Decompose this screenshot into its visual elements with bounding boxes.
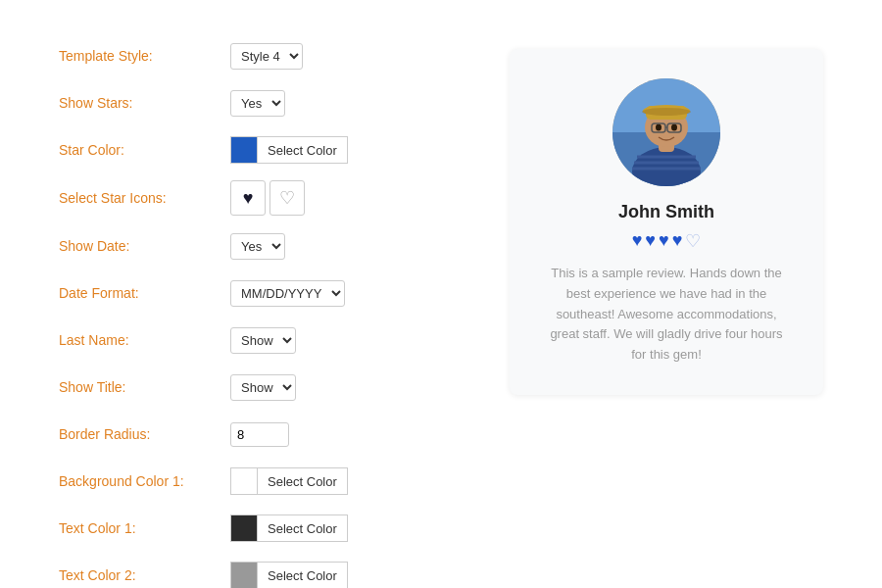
avatar <box>612 78 720 186</box>
show-date-select[interactable]: Yes No <box>230 233 285 260</box>
template-style-label: Template Style: <box>59 48 230 64</box>
select-star-icons-control: ♥ ♡ <box>230 180 305 216</box>
text-color1-control: Select Color <box>230 514 348 542</box>
border-radius-label: Border Radius: <box>59 426 230 442</box>
reviewer-name: John Smith <box>549 202 784 222</box>
text-color1-button[interactable]: Select Color <box>258 514 348 542</box>
template-style-select[interactable]: Style 4 <box>230 43 303 70</box>
select-star-icons-label: Select Star Icons: <box>59 190 230 206</box>
text-color1-label: Text Color 1: <box>59 520 230 536</box>
filled-heart-button[interactable]: ♥ <box>230 180 266 216</box>
star-color-swatch <box>230 136 258 164</box>
last-name-control: Show Hide <box>230 327 296 354</box>
star-5: ♡ <box>685 230 701 252</box>
star-1: ♥ <box>632 230 643 252</box>
border-radius-input[interactable] <box>230 422 289 447</box>
star-color-label: Star Color: <box>59 142 230 158</box>
template-style-row: Template Style: Style 4 <box>59 39 470 73</box>
preview-panel: John Smith ♥ ♥ ♥ ♥ ♡ This is a sample re… <box>510 39 823 588</box>
show-date-row: Show Date: Yes No <box>59 229 470 263</box>
show-stars-label: Show Stars: <box>59 95 230 111</box>
text-color2-row: Text Color 2: Select Color <box>59 559 470 588</box>
star-color-control: Select Color <box>230 136 348 164</box>
last-name-row: Last Name: Show Hide <box>59 323 470 357</box>
review-text: This is a sample review. Hands down the … <box>549 264 784 366</box>
last-name-select[interactable]: Show Hide <box>230 327 296 354</box>
star-color-row: Star Color: Select Color <box>59 133 470 167</box>
template-style-control: Style 4 <box>230 43 303 70</box>
text-color2-label: Text Color 2: <box>59 567 230 583</box>
select-star-icons-row: Select Star Icons: ♥ ♡ <box>59 180 470 216</box>
stars-row: ♥ ♥ ♥ ♥ ♡ <box>549 230 784 252</box>
show-stars-row: Show Stars: Yes No <box>59 86 470 120</box>
show-stars-control: Yes No <box>230 90 285 117</box>
review-card: John Smith ♥ ♥ ♥ ♥ ♡ This is a sample re… <box>510 49 823 395</box>
text-color2-control: Select Color <box>230 562 348 588</box>
svg-point-11 <box>656 124 662 131</box>
outline-heart-button[interactable]: ♡ <box>270 180 305 216</box>
bg-color1-button[interactable]: Select Color <box>258 467 348 495</box>
avatar-container <box>549 78 784 186</box>
date-format-label: Date Format: <box>59 285 230 301</box>
date-format-select[interactable]: MM/DD/YYYY DD/MM/YYYY <box>230 280 345 307</box>
text-color2-swatch <box>230 562 258 588</box>
show-stars-select[interactable]: Yes No <box>230 90 285 117</box>
date-format-control: MM/DD/YYYY DD/MM/YYYY <box>230 280 345 307</box>
svg-point-12 <box>671 124 677 131</box>
show-title-label: Show Title: <box>59 379 230 395</box>
star-4: ♥ <box>672 230 683 252</box>
star-2: ♥ <box>645 230 656 252</box>
svg-point-10 <box>642 108 691 116</box>
border-radius-control <box>230 422 289 447</box>
show-title-row: Show Title: Show Hide <box>59 370 470 404</box>
show-date-control: Yes No <box>230 233 285 260</box>
star-3: ♥ <box>659 230 669 252</box>
text-color1-row: Text Color 1: Select Color <box>59 512 470 545</box>
bg-color1-label: Background Color 1: <box>59 473 230 489</box>
show-title-control: Show Hide <box>230 374 296 401</box>
settings-panel: Template Style: Style 4 Show Stars: Yes … <box>59 39 470 588</box>
show-title-select[interactable]: Show Hide <box>230 374 296 401</box>
last-name-label: Last Name: <box>59 332 230 348</box>
date-format-row: Date Format: MM/DD/YYYY DD/MM/YYYY <box>59 276 470 310</box>
show-date-label: Show Date: <box>59 238 230 254</box>
text-color2-button[interactable]: Select Color <box>258 562 348 588</box>
text-color1-swatch <box>230 514 258 542</box>
avatar-image <box>612 78 720 186</box>
star-color-button[interactable]: Select Color <box>258 136 348 164</box>
border-radius-row: Border Radius: <box>59 417 470 451</box>
bg-color1-row: Background Color 1: Select Color <box>59 465 470 498</box>
bg-color1-control: Select Color <box>230 467 348 495</box>
bg-color1-swatch <box>230 467 258 495</box>
